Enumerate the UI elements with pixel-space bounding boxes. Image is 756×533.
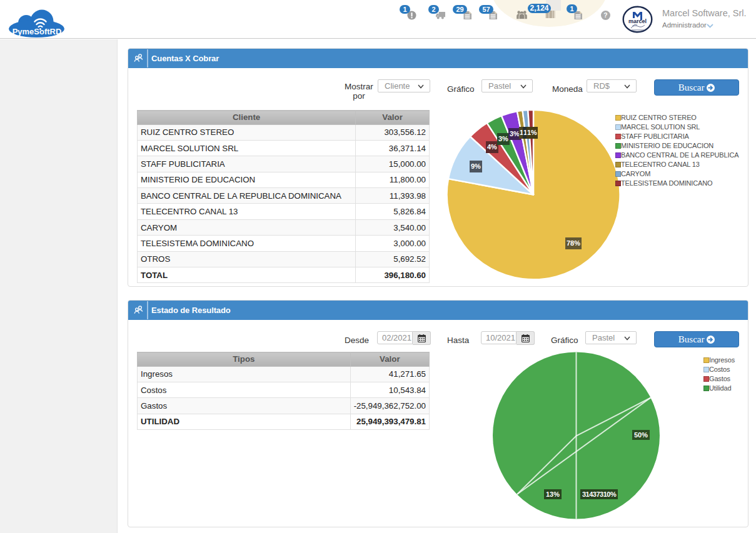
svg-text:?: ? — [603, 12, 607, 19]
svg-text:marcel: marcel — [628, 18, 647, 24]
svg-text:PymeSoftRD: PymeSoftRD — [13, 27, 62, 36]
